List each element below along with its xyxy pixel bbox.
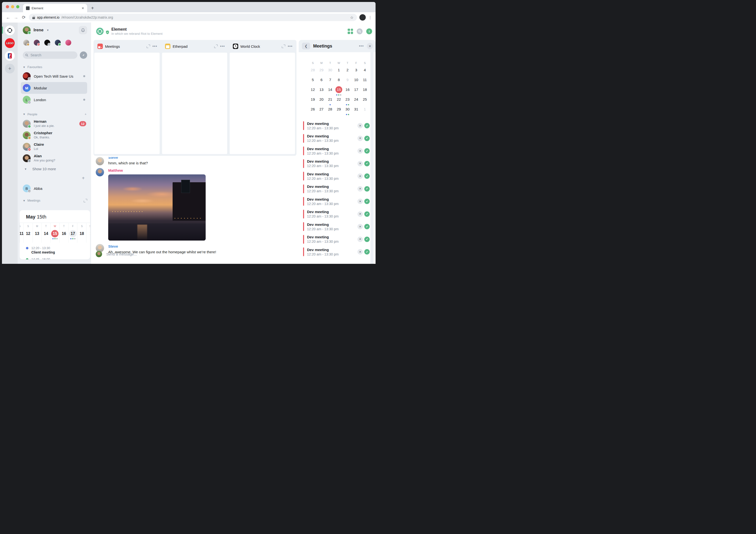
meeting-item[interactable]: Dev meeting 12:20 am - 13:30 pm ✕ ✔	[303, 210, 376, 218]
calendar-day-cell[interactable]: 1	[361, 105, 369, 115]
room-avatar[interactable]	[96, 28, 104, 35]
decline-meeting-button[interactable]: ✕	[358, 173, 363, 179]
week-day-cell[interactable]: T 14	[41, 223, 50, 243]
space-lego[interactable]: LEGO	[5, 38, 15, 48]
accept-meeting-button[interactable]: ✔	[364, 237, 370, 242]
dm-avatar[interactable]	[23, 40, 29, 45]
scrollbar-track[interactable]	[370, 52, 374, 264]
close-panel-button[interactable]: ✕	[367, 43, 373, 49]
widget-header[interactable]: World Clock •••	[229, 40, 296, 53]
widget-menu-icon[interactable]: •••	[288, 44, 293, 48]
back-button[interactable]: ❮	[302, 42, 310, 49]
meeting-item[interactable]: Dev meeting 12:20 am - 13:30 pm ✕ ✔	[303, 134, 376, 143]
accept-meeting-button[interactable]: ✔	[364, 249, 370, 255]
decline-meeting-button[interactable]: ✕	[358, 123, 363, 128]
calendar-day-cell[interactable]: 5	[309, 76, 317, 86]
dm-list-item[interactable]: Alan Are you going?	[23, 153, 87, 164]
decline-meeting-button[interactable]: ✕	[358, 186, 363, 191]
meeting-item[interactable]: Dev meeting 12:20 am - 13:30 pm ✕ ✔	[303, 197, 376, 206]
calendar-day-cell[interactable]: 7	[326, 76, 335, 86]
room-list-item[interactable]: Open Tech Will Save Us	[21, 70, 87, 82]
accept-meeting-button[interactable]: ✔	[364, 148, 370, 154]
calendar-day-cell[interactable]: 26	[309, 105, 317, 115]
browser-profile-avatar[interactable]	[359, 14, 366, 20]
dm-avatar[interactable]	[66, 40, 71, 45]
user-name[interactable]: Irene	[34, 28, 43, 33]
calendar-day-cell[interactable]: 13	[317, 86, 326, 96]
week-day-cell[interactable]: S 19	[86, 223, 90, 243]
calendar-day-cell[interactable]: 28	[326, 105, 335, 115]
widget-header[interactable]: Etherpad •••	[161, 40, 229, 53]
chevron-down-icon[interactable]: ▼	[46, 29, 49, 32]
add-icon[interactable]: +	[82, 175, 85, 181]
decline-meeting-button[interactable]: ✕	[358, 136, 363, 141]
week-day-cell[interactable]: M 13	[33, 223, 41, 243]
dm-avatar[interactable]	[44, 40, 50, 45]
add-space-button[interactable]: +	[5, 64, 15, 73]
accept-meeting-button[interactable]: ✔	[364, 123, 370, 128]
calendar-day-cell[interactable]: 10	[352, 76, 360, 86]
tab-close-icon[interactable]: ✕	[82, 6, 84, 10]
widget-menu-icon[interactable]: •••	[152, 44, 157, 48]
calendar-day-cell[interactable]: 15	[335, 86, 343, 96]
maximize-icon[interactable]	[282, 44, 285, 48]
calendar-day-cell[interactable]: 29	[335, 105, 343, 115]
week-day-cell[interactable]: F 17	[68, 223, 77, 243]
sender-name[interactable]: Steve	[108, 157, 118, 160]
new-tab-button[interactable]: +	[91, 6, 94, 10]
calendar-day-cell[interactable]: 31	[352, 105, 360, 115]
url-bar[interactable]: app.element.io/#/room/!Jcrahskdw22p:matr…	[29, 14, 357, 21]
calendar-day-cell[interactable]: 3	[352, 67, 360, 76]
people-section-header[interactable]: ▼ People ＋	[23, 112, 87, 116]
calendar-day-cell[interactable]: 2	[343, 67, 352, 76]
accept-meeting-button[interactable]: ✔	[364, 186, 370, 191]
decline-meeting-button[interactable]: ✕	[358, 237, 363, 242]
meeting-item[interactable]: Dev meeting 12:20 am - 13:30 pm ✕ ✔	[303, 184, 376, 193]
dm-list-item[interactable]: Hernan I just ate a pie. 12	[23, 118, 87, 129]
dm-list-item[interactable]: Cristopher Ok, thanks.	[23, 129, 87, 141]
accept-meeting-button[interactable]: ✔	[364, 211, 370, 217]
calendar-day-cell[interactable]: 20	[317, 96, 326, 105]
forward-icon[interactable]: →	[13, 15, 19, 20]
meeting-item[interactable]: Dev meeting 12:20 am - 13:30 pm ✕ ✔	[303, 222, 376, 231]
calendar-day-cell[interactable]: 22	[335, 96, 343, 105]
calendar-day-cell[interactable]: 17	[352, 86, 360, 96]
decline-meeting-button[interactable]: ✕	[358, 148, 363, 154]
widget-body-meetings[interactable]	[94, 53, 160, 154]
decline-meeting-button[interactable]: ✕	[358, 224, 363, 229]
back-icon[interactable]: ←	[5, 15, 11, 20]
show-more-button[interactable]: ▼ Show 10 more	[24, 167, 87, 171]
week-day-cell[interactable]: S 18	[77, 223, 86, 243]
calendar-day-cell[interactable]: 30	[343, 105, 352, 115]
meeting-item[interactable]: Dev meeting 12:20 am - 13:30 pm ✕ ✔	[303, 172, 376, 181]
calendar-day-cell[interactable]: 27	[317, 105, 326, 115]
calendar-day-cell[interactable]: 6	[317, 76, 326, 86]
calendar-day-cell[interactable]: 28	[309, 67, 317, 76]
maximize-icon[interactable]	[147, 44, 150, 48]
accept-meeting-button[interactable]: ✔	[364, 136, 370, 141]
widget-body-etherpad[interactable]	[162, 53, 228, 154]
widget-menu-icon[interactable]: •••	[220, 44, 225, 48]
dm-avatar[interactable]	[34, 40, 40, 45]
meeting-item[interactable]: Dev meeting 12:20 am - 13:30 pm ✕ ✔	[303, 159, 376, 168]
meeting-item[interactable]: Dev meeting 12:20 am - 13:30 pm ✕ ✔	[303, 235, 376, 244]
calendar-day-cell[interactable]: 11	[361, 76, 369, 86]
browser-menu-icon[interactable]: ⋮	[368, 15, 372, 20]
calendar-day-cell[interactable]: 9	[343, 76, 352, 86]
accept-meeting-button[interactable]: ✔	[364, 224, 370, 229]
room-info-button[interactable]: i	[366, 28, 372, 34]
calendar-day-cell[interactable]: 29	[317, 67, 326, 76]
calendar-day-cell[interactable]: 30	[326, 67, 335, 76]
notifications-button[interactable]	[79, 26, 87, 34]
meetings-section-header[interactable]: ▼ Meetings	[23, 199, 87, 202]
widget-body-worldclock[interactable]	[230, 53, 295, 154]
event-item[interactable]: 12:20 - 13:30 Client meeting	[26, 246, 90, 255]
add-person-icon[interactable]: ＋	[84, 112, 87, 116]
decline-meeting-button[interactable]: ✕	[358, 211, 363, 217]
sender-avatar[interactable]	[96, 168, 104, 176]
room-topic[interactable]: In which we rebrand Riot to Element	[111, 32, 163, 36]
week-day-cell[interactable]: W 15	[50, 223, 60, 243]
sender-avatar[interactable]	[96, 157, 104, 165]
calendar-day-cell[interactable]: 23	[343, 96, 352, 105]
accept-meeting-button[interactable]: ✔	[364, 173, 370, 179]
